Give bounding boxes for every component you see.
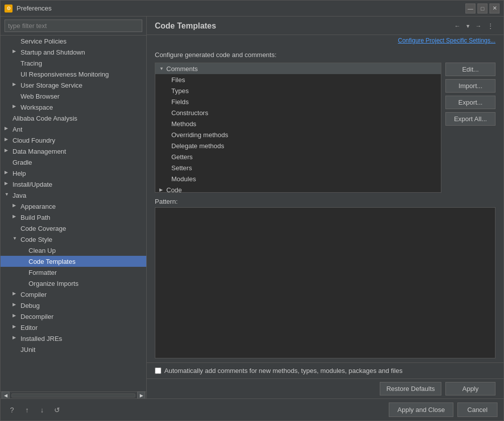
sidebar-item-formatter[interactable]: Formatter xyxy=(1,267,146,278)
template-item-label: Delegate methods xyxy=(171,142,224,150)
sidebar-item-code-templates[interactable]: Code Templates xyxy=(1,256,146,267)
nav-back-button[interactable]: ← xyxy=(452,22,462,31)
sidebar-item-gradle[interactable]: Gradle xyxy=(1,157,146,168)
nav-forward-button[interactable]: → xyxy=(473,22,483,31)
sidebar-item-label: Java xyxy=(13,192,26,199)
panel-title: Code Templates xyxy=(155,22,216,31)
minimize-button[interactable]: — xyxy=(465,4,475,14)
template-item-label: Setters xyxy=(171,164,192,172)
sidebar-item-label: Web Browser xyxy=(21,93,60,100)
sidebar-item-install-update[interactable]: Install/Update xyxy=(1,179,146,190)
export-workspace-icon[interactable]: ↑ xyxy=(22,404,33,415)
hscroll-left[interactable]: ◀ xyxy=(2,391,10,399)
sidebar-item-startup-shutdown[interactable]: Startup and Shutdown xyxy=(1,47,146,58)
sidebar-item-label: Installed JREs xyxy=(21,335,62,342)
edit-button[interactable]: Edit... xyxy=(445,63,495,76)
auto-comments-checkbox[interactable] xyxy=(155,367,161,374)
sidebar-item-label: Appearance xyxy=(21,203,56,210)
sidebar-item-debug[interactable]: Debug xyxy=(1,300,146,311)
checkbox-row: Automatically add comments for new metho… xyxy=(147,362,503,378)
sidebar-item-label: Data Management xyxy=(13,148,66,155)
cancel-button[interactable]: Cancel xyxy=(457,402,497,417)
template-item-methods[interactable]: Methods xyxy=(155,118,441,129)
template-item-delegate-methods[interactable]: Delegate methods xyxy=(155,140,441,151)
sidebar-item-label: Tracing xyxy=(21,60,42,67)
sidebar-item-label: Code Style xyxy=(21,236,53,243)
sidebar-item-installed-jres[interactable]: Installed JREs xyxy=(1,333,146,344)
template-item-setters[interactable]: Setters xyxy=(155,162,441,173)
tree-container[interactable]: Service PoliciesStartup and ShutdownTrac… xyxy=(1,36,146,391)
sidebar-item-ui-responsiveness[interactable]: UI Responsiveness Monitoring xyxy=(1,69,146,80)
bottom-right-buttons: Apply and Close Cancel xyxy=(389,402,497,417)
template-item-modules[interactable]: Modules xyxy=(155,173,441,184)
maximize-button[interactable]: □ xyxy=(477,4,487,14)
panel-menu-button[interactable]: ⋮ xyxy=(485,22,495,31)
import-button[interactable]: Import... xyxy=(445,79,495,93)
template-group-label: Code xyxy=(166,186,182,193)
sidebar-item-appearance[interactable]: Appearance xyxy=(1,201,146,212)
pattern-editor[interactable] xyxy=(155,207,495,358)
template-item-label: Modules xyxy=(171,175,196,183)
template-item-types[interactable]: Types xyxy=(155,85,441,96)
sidebar-item-java[interactable]: Java xyxy=(1,190,146,201)
hscroll-track[interactable] xyxy=(12,393,135,397)
template-item-label: Constructors xyxy=(171,109,208,117)
pattern-label: Pattern: xyxy=(155,198,495,205)
sidebar-item-help[interactable]: Help xyxy=(1,168,146,179)
sidebar-item-editor[interactable]: Editor xyxy=(1,322,146,333)
panel-body: Configure generated code and comments: C… xyxy=(147,47,503,362)
sidebar-item-label: Workspace xyxy=(21,104,53,111)
sidebar-item-cloud-foundry[interactable]: Cloud Foundry xyxy=(1,135,146,146)
template-item-label: Getters xyxy=(171,153,193,161)
sidebar-item-clean-up[interactable]: Clean Up xyxy=(1,245,146,256)
sidebar-item-web-browser[interactable]: Web Browser xyxy=(1,91,146,102)
export-all-button[interactable]: Export All... xyxy=(445,112,495,126)
sidebar-item-code-style[interactable]: Code Style xyxy=(1,234,146,245)
close-button[interactable]: ✕ xyxy=(489,4,499,14)
sidebar-item-decompiler[interactable]: Decompiler xyxy=(1,311,146,322)
template-item-label: Fields xyxy=(171,98,189,106)
window-controls: — □ ✕ xyxy=(465,4,499,14)
sidebar-item-label: Install/Update xyxy=(13,181,53,188)
import-workspace-icon[interactable]: ↓ xyxy=(37,404,48,415)
restore-workspace-icon[interactable]: ↺ xyxy=(52,404,63,415)
config-project-link[interactable]: Configure Project Specific Settings... xyxy=(147,35,503,47)
sidebar-item-label: Organize Imports xyxy=(29,280,79,287)
sidebar-item-tracing[interactable]: Tracing xyxy=(1,58,146,69)
sidebar-item-compiler[interactable]: Compiler xyxy=(1,289,146,300)
export-button[interactable]: Export... xyxy=(445,96,495,109)
template-group-comments[interactable]: Comments xyxy=(155,63,441,74)
preferences-window: ⚙ Preferences — □ ✕ Service PoliciesStar… xyxy=(0,0,504,421)
sidebar-item-service-policies[interactable]: Service Policies xyxy=(1,36,146,47)
apply-button[interactable]: Apply xyxy=(445,382,495,395)
sidebar-item-ant[interactable]: Ant xyxy=(1,124,146,135)
template-item-constructors[interactable]: Constructors xyxy=(155,107,441,118)
nav-dropdown-button[interactable]: ▾ xyxy=(464,22,471,31)
sidebar-item-junit[interactable]: JUnit xyxy=(1,344,146,355)
templates-tree[interactable]: CommentsFilesTypesFieldsConstructorsMeth… xyxy=(155,63,441,193)
template-item-files[interactable]: Files xyxy=(155,74,441,85)
sidebar-item-label: Clean Up xyxy=(29,247,56,254)
sidebar-item-organize-imports[interactable]: Organize Imports xyxy=(1,278,146,289)
template-item-getters[interactable]: Getters xyxy=(155,151,441,162)
template-item-overriding-methods[interactable]: Overriding methods xyxy=(155,129,441,140)
apply-and-close-button[interactable]: Apply and Close xyxy=(389,402,453,417)
sidebar-item-alibaba-code-analysis[interactable]: Alibaba Code Analysis xyxy=(1,113,146,124)
filter-input[interactable] xyxy=(5,20,142,32)
help-icon[interactable]: ? xyxy=(7,404,18,415)
template-group-code[interactable]: Code xyxy=(155,184,441,193)
template-group-label: Comments xyxy=(166,65,198,73)
hscroll-right[interactable]: ▶ xyxy=(137,391,145,399)
sidebar-item-label: Startup and Shutdown xyxy=(21,49,85,56)
sidebar-item-user-storage-service[interactable]: User Storage Service xyxy=(1,80,146,91)
sidebar-item-workspace[interactable]: Workspace xyxy=(1,102,146,113)
sidebar-item-label: Help xyxy=(13,170,26,177)
sidebar-item-code-coverage[interactable]: Code Coverage xyxy=(1,223,146,234)
sidebar-item-data-management[interactable]: Data Management xyxy=(1,146,146,157)
sidebar-item-label: Debug xyxy=(21,302,40,309)
template-item-fields[interactable]: Fields xyxy=(155,96,441,107)
restore-defaults-button[interactable]: Restore Defaults xyxy=(380,382,441,395)
sidebar-item-build-path[interactable]: Build Path xyxy=(1,212,146,223)
sidebar-item-label: User Storage Service xyxy=(21,82,83,89)
window-title: Preferences xyxy=(17,5,465,12)
